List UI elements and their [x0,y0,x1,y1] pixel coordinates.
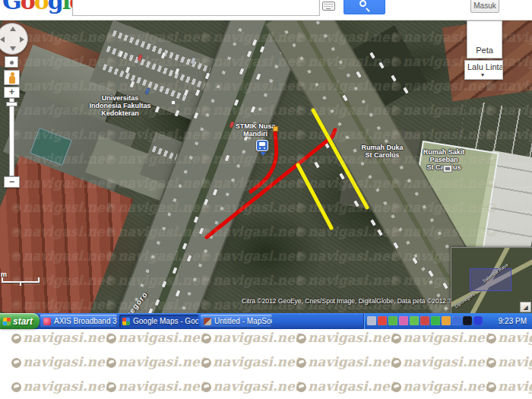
bus-stop-icon[interactable] [256,140,268,151]
watermark: navigasi.net [106,330,206,345]
poi-marker-stmik[interactable] [273,126,278,131]
windows-flag-icon [2,318,11,325]
pan-up-icon[interactable] [10,27,16,31]
hospital-marker-icon[interactable] [443,165,452,173]
tray-icon-9[interactable] [463,316,472,325]
tray-icon-2[interactable] [388,316,397,325]
watermark: navigasi.net [486,354,532,369]
tray-icon-1[interactable] [378,316,387,325]
task-button-axis[interactable]: AXIS Broadband 3G [40,315,117,328]
pan-down-icon[interactable] [10,46,16,51]
task-button-mapsource[interactable]: Untitled - MapSource [201,315,272,328]
overview-minimap[interactable]: Salemba Raya Diponegoro ◢ [451,247,532,313]
zoom-slider-track[interactable] [9,98,14,176]
pan-right-icon[interactable] [20,36,24,43]
watermark: navigasi.net [391,378,491,394]
street-view-pegman[interactable] [4,70,20,85]
task-button-google-maps[interactable]: Google Maps - Google... [119,315,198,328]
zoom-slider-handle[interactable] [6,102,17,106]
search-input[interactable] [72,0,320,16]
vehicle [314,162,319,169]
traffic-label: Lalu Lintas [467,62,503,71]
start-label: start [13,316,33,327]
zoom-in-button[interactable]: + [4,87,20,98]
start-button[interactable]: start [0,313,40,329]
taskbar-clock[interactable]: 9:23 PM [499,317,527,325]
watermark: navigasi.net [486,378,532,394]
google-maps-header: Google Masuk [0,0,532,21]
watermark: navigasi.net [296,354,396,369]
traffic-layer-button[interactable]: Lalu Lintas ▾ [464,60,503,80]
tray-icon-6[interactable] [431,316,440,325]
watermark: navigasi.net [106,378,206,394]
scale-bar [2,281,40,283]
map-viewport[interactable]: Universitas Indonesia Fakultas Kedoktera… [0,21,532,313]
reset-view-button[interactable] [5,56,18,68]
watermark: navigasi.net [296,378,396,394]
keyboard-icon[interactable] [322,2,335,11]
watermark: navigasi.net [201,354,301,369]
chevron-down-icon: ▾ [481,71,484,78]
footer-watermark-area: navigasi.netnavigasi.netnavigasi.netnavi… [0,329,532,399]
map-copyright: Citra ©2012 GeoEye, Cnes/Spot Image, Dig… [242,297,476,305]
screen: Google Masuk [0,0,532,399]
axis-app-icon [43,318,51,325]
minimap-collapse-button[interactable]: ◢ [520,302,531,312]
tray-icon-5[interactable] [420,316,429,325]
masuk-button[interactable]: Masuk [470,0,499,13]
tray-icon-0[interactable] [367,316,376,325]
watermark: navigasi.net [11,378,111,394]
mapsource-app-icon [204,318,211,325]
vehicle [324,142,329,149]
tray-icon-4[interactable] [410,316,419,325]
watermark: navigasi.net [296,330,396,345]
task-label: AXIS Broadband 3G [54,317,117,325]
watermark: navigasi.net [201,330,301,345]
tray-icon-3[interactable] [399,316,408,325]
vehicle [370,220,375,226]
task-label: Untitled - MapSource [214,317,272,325]
google-maps-app-icon [122,318,130,325]
watermark: navigasi.net [11,354,111,369]
watermark: navigasi.net [106,354,206,369]
vehicle [377,230,382,236]
watermark: navigasi.net [486,330,532,345]
google-logo-text: Google [2,0,82,14]
watermark: navigasi.net [391,354,491,369]
watermark: navigasi.net [11,330,111,345]
bus-stop-pointer [260,152,266,159]
zoom-out-button[interactable]: − [4,176,20,188]
task-label: Google Maps - Google... [133,317,198,325]
poi-label-universitas: Universitas Indonesia Fakultas Kedoktera… [78,94,162,117]
poi-marker-universitas[interactable] [171,100,176,105]
pan-left-icon[interactable] [0,36,5,43]
keyboard-keys [325,4,325,5]
minimap-viewport-rect[interactable] [470,268,511,291]
poi-label-stmik: STMIK Nusa Mandiri [217,122,293,138]
pegman-icon [9,72,15,84]
search-icon [359,0,366,7]
reset-dot-icon [10,61,14,65]
system-tray: 9:23 PM [363,313,532,329]
tray-icons [367,315,484,328]
watermark: navigasi.net [391,330,491,345]
tray-icon-7[interactable] [442,316,451,325]
search-button[interactable] [344,0,385,14]
windows-taskbar: start AXIS Broadband 3G Google Maps - Go… [0,313,532,329]
google-logo[interactable]: Google [2,0,82,14]
watermark: navigasi.net [201,378,301,394]
tray-icon-10[interactable] [473,316,483,325]
map-type-peta-button[interactable]: Peta [467,21,502,59]
tray-icon-8[interactable] [452,316,461,325]
